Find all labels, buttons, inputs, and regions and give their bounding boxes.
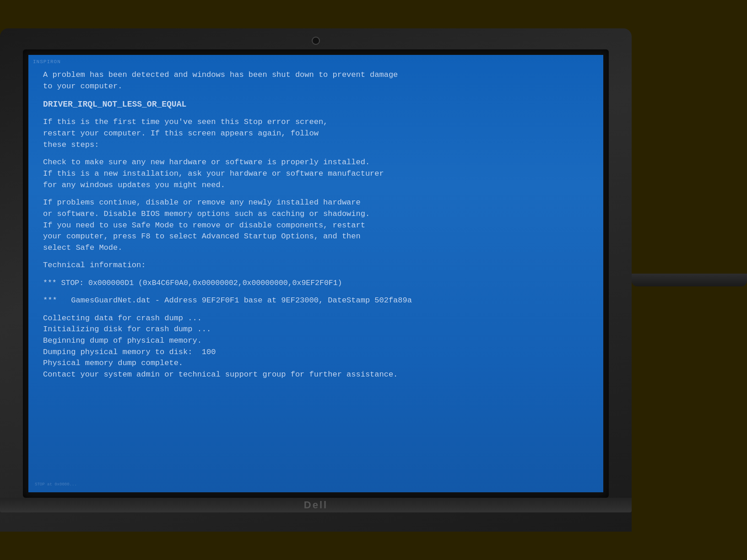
bsod-dump3: Beginning dump of physical memory. <box>43 335 589 347</box>
bsod-error-code: DRIVER_IRQL_NOT_LESS_OR_EQUAL <box>43 98 589 110</box>
bsod-tech-info: Technical information: <box>43 260 589 271</box>
screen-bezel: INSPIRON A problem has been detected and… <box>23 49 609 498</box>
bsod-line7: these steps: <box>43 140 589 151</box>
bsod-line14: or software. Disable BIOS memory options… <box>43 209 589 220</box>
laptop-outer: INSPIRON A problem has been detected and… <box>0 28 632 532</box>
bsod-dump5: Physical memory dump complete. <box>43 358 589 369</box>
bsod-driver-line: *** GamesGuardNet.dat - Address 9EF2F0F1… <box>43 295 589 307</box>
bsod-content: A problem has been detected and windows … <box>43 70 589 380</box>
bsod-line2: to your computer. <box>43 81 589 92</box>
bsod-line17: select Safe Mode. <box>43 242 589 254</box>
bsod-line10: If this is a new installation, ask your … <box>43 168 589 180</box>
bottom-status: STOP at 0x0000... <box>35 482 77 488</box>
bsod-line13: If problems continue, disable or remove … <box>43 197 589 209</box>
bsod-screen: INSPIRON A problem has been detected and… <box>28 55 603 492</box>
bsod-dump4: Dumping physical memory to disk: 100 <box>43 347 589 358</box>
laptop-base <box>632 274 747 286</box>
bsod-dump2: Initializing disk for crash dump ... <box>43 324 589 335</box>
webcam <box>312 37 320 45</box>
bsod-line11: for any windows updates you might need. <box>43 180 589 191</box>
laptop-bottom-bar: Dell <box>0 498 632 512</box>
bsod-line5: If this is the first time you've seen th… <box>43 117 589 128</box>
bsod-line1: A problem has been detected and windows … <box>43 70 589 81</box>
brand-label: INSPIRON <box>33 59 61 66</box>
bsod-line16: your computer, press F8 to select Advanc… <box>43 231 589 242</box>
bsod-line9: Check to make sure any new hardware or s… <box>43 157 589 168</box>
bsod-stop-line: *** STOP: 0x000000D1 (0xB4C6F0A0,0x00000… <box>43 278 589 289</box>
bsod-line15: If you need to use Safe Mode to remove o… <box>43 220 589 232</box>
bsod-line6: restart your computer. If this screen ap… <box>43 128 589 140</box>
dell-logo: Dell <box>304 499 328 511</box>
bsod-dump1: Collecting data for crash dump ... <box>43 313 589 324</box>
bsod-dump6: Contact your system admin or technical s… <box>43 369 589 381</box>
